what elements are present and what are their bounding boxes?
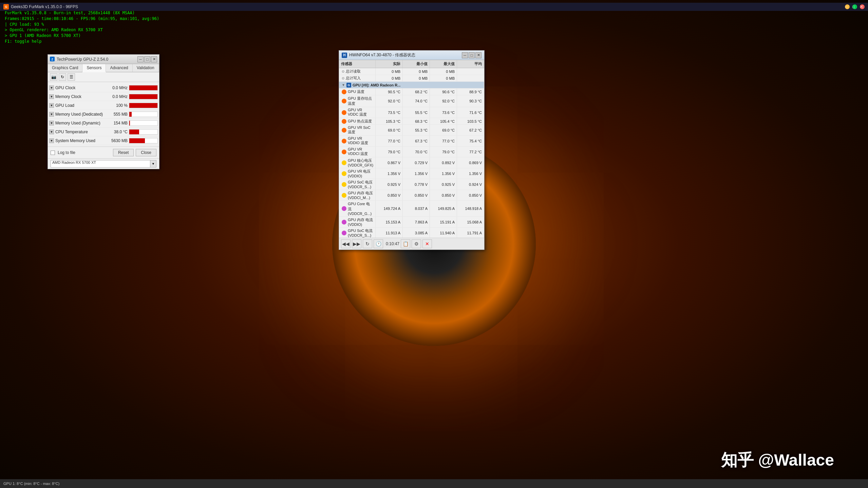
gpuz-sensor-row: ▼ Memory Used (Dedicated) 555 MB xyxy=(48,110,159,119)
gpuz-dropdown-5[interactable]: ▼ xyxy=(49,130,54,134)
hwinfo-table-header: 传感器 实际 最小值 最大值 平均 xyxy=(339,60,484,68)
gpuz-dropdown-3[interactable]: ▼ xyxy=(49,112,54,117)
gpuz-label-5: ▼ CPU Temperature xyxy=(49,130,107,134)
gpuz-bar-container-3 xyxy=(129,112,158,117)
close-button[interactable]: Close xyxy=(136,149,156,156)
hwinfo-window: H HWiNFO64 v7.30-4870 - 传感器状态 ─ □ ✕ 传感器 … xyxy=(339,50,485,250)
hwinfo-sensor-row: GPU VR VDDCI 温度 79.0 °C 70.0 °C 79.0 °C … xyxy=(339,147,484,157)
gpu-select-arrow[interactable]: ▼ xyxy=(150,160,156,168)
gpuz-value-1: 0.0 MHz xyxy=(107,94,129,99)
col-actual: 实际 xyxy=(376,60,403,68)
nav-back-btn[interactable]: ◀◀ xyxy=(341,239,351,248)
hwinfo-gpu-section-header[interactable]: ▼ G GPU [#0]: AMD Radeon R... xyxy=(339,82,484,89)
gpuz-footer: Log to file Reset Close xyxy=(48,147,159,158)
col-sensor: 传感器 xyxy=(339,60,376,68)
nav-forward-btn[interactable]: ▶▶ xyxy=(352,239,361,248)
gpuz-tabs: Graphics Card Sensors Advanced Validatio… xyxy=(48,64,159,72)
tab-validation[interactable]: Validation xyxy=(133,64,159,72)
hwinfo-icon: H xyxy=(342,53,347,58)
furmark-titlebar: G Geeks3D FurMark v1.35.0.0 - 96FPS ─ □ … xyxy=(0,3,868,11)
hwinfo-sensor-row: GPU VR 电压 (VDDIO) 1.356 V 1.356 V 1.356 … xyxy=(339,168,484,179)
gpuz-window: Z TechPowerUp GPU-Z 2.54.0 ─ □ ✕ Graphic… xyxy=(48,54,159,169)
time-icon: 🕐 xyxy=(374,239,383,248)
gpuz-dropdown-2[interactable]: ▼ xyxy=(49,103,54,108)
hwinfo-summary-row: ⊙ 总计读取 0 MB 0 MB 0 MB xyxy=(339,68,484,75)
bottom-status-bar: GPU 1: 8°C (min: 8°C - max: 8°C) xyxy=(0,479,868,488)
gpuz-bar-5 xyxy=(129,130,139,134)
hwinfo-sensor-row: GPU SoC 电流 (VDDCR_S...) 11.913 A 3.085 A… xyxy=(339,228,484,238)
hwinfo-summary-row: ⊙ 总计写入 0 MB 0 MB 0 MB xyxy=(339,75,484,82)
gpuz-dropdown-1[interactable]: ▼ xyxy=(49,94,54,99)
gpuz-footer-buttons: Reset Close xyxy=(113,149,156,156)
furmark-maximize-btn[interactable]: □ xyxy=(852,4,857,9)
svg-text:Z: Z xyxy=(51,58,53,61)
gpuz-value-5: 38.0 °C xyxy=(107,130,129,134)
settings-btn[interactable]: ⚙ xyxy=(412,239,421,248)
gpuz-value-0: 0.0 MHz xyxy=(107,85,129,90)
tab-sensors[interactable]: Sensors xyxy=(82,64,106,72)
gpuz-bar-6 xyxy=(129,138,145,143)
gpuz-close-btn[interactable]: ✕ xyxy=(151,56,157,62)
gpuz-dropdown-4[interactable]: ▼ xyxy=(49,121,54,125)
hwinfo-sensor-row: GPU SoC 电压 (VDDCR_S...) 0.925 V 0.778 V … xyxy=(339,179,484,190)
gpuz-sensor-row: ▼ Memory Clock 0.0 MHz xyxy=(48,92,159,101)
col-max: 最大值 xyxy=(430,60,457,68)
hwinfo-minimize-btn[interactable]: ─ xyxy=(462,52,468,58)
hwinfo-maximize-btn[interactable]: □ xyxy=(469,52,475,58)
furmark-minimize-btn[interactable]: ─ xyxy=(845,4,850,9)
menu-btn[interactable]: ☰ xyxy=(68,73,75,81)
gpuz-bar-container-1 xyxy=(129,94,158,99)
furmark-line-5: > GPU 1 (AMD Radeon RX 5700 XT) xyxy=(5,33,159,39)
col-min: 最小值 xyxy=(403,60,430,68)
gpuz-label-3: ▼ Memory Used (Dedicated) xyxy=(49,112,107,117)
gpuz-gpu-selector: AMD Radeon RX 5700 XT ▼ xyxy=(48,158,159,169)
gpuz-toolbar: 📷 ↻ ☰ xyxy=(48,72,159,82)
furmark-window-controls[interactable]: ─ □ ✕ xyxy=(845,4,865,9)
log-btn[interactable]: 📋 xyxy=(401,239,410,248)
furmark-line-4: > OpenGL renderer: AMD Radeon RX 5700 XT xyxy=(5,27,159,33)
gpuz-sensors-content: ▼ GPU Clock 0.0 MHz ▼ Memory Clock 0.0 M… xyxy=(48,82,159,147)
gpuz-label-4: ▼ Memory Used (Dynamic) xyxy=(49,121,107,125)
hwinfo-sensor-row: GPU 温度 90.5 °C 68.2 °C 90.6 °C 88.9 °C xyxy=(339,89,484,95)
hwinfo-sensor-row: GPU 内存 电压 (VDDCI_M...) 0.850 V 0.850 V 0… xyxy=(339,190,484,201)
col-avg: 平均 xyxy=(457,60,484,68)
log-checkbox[interactable] xyxy=(51,151,55,155)
furmark-overlay: FurMark v1.35.0.8 - Burn-in test, 2568x1… xyxy=(5,10,159,44)
gpuz-titlebar: Z TechPowerUp GPU-Z 2.54.0 ─ □ ✕ xyxy=(48,55,159,64)
gpuz-sensor-row: ▼ Memory Used (Dynamic) 154 MB xyxy=(48,119,159,128)
gpuz-label-1: ▼ Memory Clock xyxy=(49,94,107,99)
tab-graphics-card[interactable]: Graphics Card xyxy=(48,64,82,72)
reset-button[interactable]: Reset xyxy=(113,149,134,156)
furmark-line-6: F1: toggle help xyxy=(5,39,159,44)
stop-btn[interactable]: ✕ xyxy=(422,239,432,248)
gpuz-bar-4 xyxy=(129,121,130,125)
hwinfo-close-btn[interactable]: ✕ xyxy=(475,52,482,58)
gpuz-maximize-btn[interactable]: □ xyxy=(144,56,150,62)
gpuz-bar-1 xyxy=(129,94,157,99)
log-label: Log to file xyxy=(58,150,75,155)
gpuz-bar-container-0 xyxy=(129,85,158,91)
gpuz-bar-2 xyxy=(129,103,157,108)
gpuz-label-0: ▼ GPU Clock xyxy=(49,85,107,90)
tab-advanced[interactable]: Advanced xyxy=(106,64,132,72)
gpuz-bar-container-4 xyxy=(129,120,158,126)
gpuz-window-controls[interactable]: ─ □ ✕ xyxy=(137,56,157,62)
gpu-select-field[interactable]: AMD Radeon RX 5700 XT xyxy=(51,160,150,168)
furmark-close-btn[interactable]: ✕ xyxy=(860,4,865,9)
hwinfo-titlebar: H HWiNFO64 v7.30-4870 - 传感器状态 ─ □ ✕ xyxy=(339,51,484,60)
refresh-sensors-btn[interactable]: ↻ xyxy=(363,239,372,248)
gpuz-sensor-row: ▼ GPU Clock 0.0 MHz xyxy=(48,83,159,92)
gpuz-dropdown-6[interactable]: ▼ xyxy=(49,138,54,143)
gpuz-minimize-btn[interactable]: ─ xyxy=(137,56,144,62)
gpuz-label-6: ▼ System Memory Used xyxy=(49,138,107,143)
screenshot-btn[interactable]: 📷 xyxy=(50,73,57,81)
refresh-btn[interactable]: ↻ xyxy=(59,73,66,81)
hwinfo-toolbar: ◀◀ ▶▶ ↻ 🕐 0:10:47 📋 ⚙ ✕ xyxy=(339,238,484,250)
gpuz-dropdown-0[interactable]: ▼ xyxy=(49,85,54,90)
hwinfo-sensor-row: GPU Core 电流 (VDDCR_G...) 149.724 A 8.037… xyxy=(339,201,484,217)
gpuz-label-2: ▼ GPU Load xyxy=(49,103,107,108)
furmark-line-3: | CPU load: 93 % xyxy=(5,22,159,27)
hwinfo-sensor-row: GPU VR SoC 温度 69.0 °C 55.3 °C 69.0 °C 67… xyxy=(339,125,484,136)
hwinfo-window-controls[interactable]: ─ □ ✕ xyxy=(462,52,482,58)
gpuz-value-6: 5630 MB xyxy=(107,138,129,143)
